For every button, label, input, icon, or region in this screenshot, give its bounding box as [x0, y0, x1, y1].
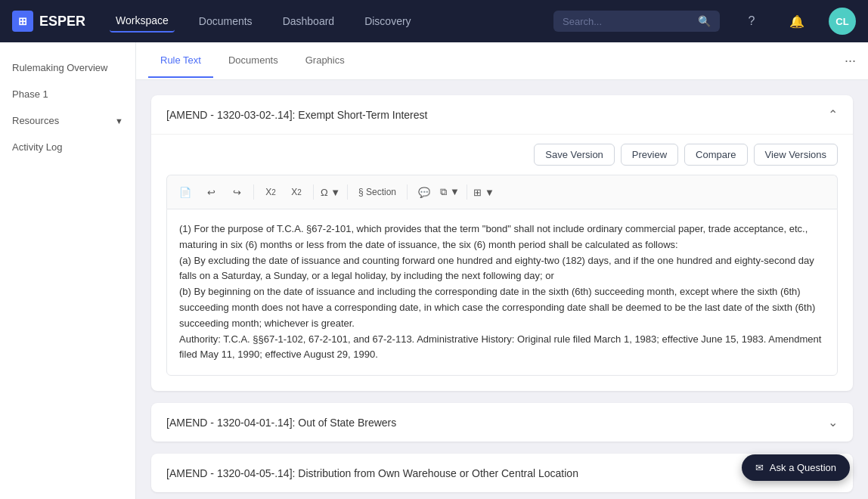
card-exempt-short-term-title: [AMEND - 1320-03-02-.14]: Exempt Short-T… [166, 109, 427, 121]
chevron-down-icon-2: ⌄ [828, 415, 838, 429]
mail-icon: ✉ [755, 462, 764, 473]
editor-actions: Save Version Preview Compare View Versio… [166, 144, 838, 166]
toolbar-comment-button[interactable]: 💬 [414, 181, 435, 203]
card-exempt-short-term-body: Save Version Preview Compare View Versio… [151, 134, 853, 391]
sidebar-item-activity-log[interactable]: Activity Log [0, 134, 135, 160]
brand-name: ESPER [39, 14, 85, 29]
tabs-more-menu[interactable]: ··· [845, 53, 856, 69]
toolbar-divider-5 [467, 184, 467, 200]
card-exempt-short-term: [AMEND - 1320-03-02-.14]: Exempt Short-T… [151, 95, 853, 391]
toolbar-undo-button[interactable]: ↩ [200, 181, 222, 203]
ask-question-button[interactable]: ✉ Ask a Question [742, 454, 850, 481]
nav-discovery[interactable]: Discovery [358, 11, 417, 32]
sidebar-item-resources[interactable]: Resources ▼ [0, 107, 135, 134]
toolbar-section-button[interactable]: § Section [354, 181, 401, 203]
card-out-of-state-brewers-title: [AMEND - 1320-04-01-.14]: Out of State B… [166, 417, 396, 429]
sidebar-item-resources-label: Resources [12, 115, 59, 126]
chevron-up-icon: ⌃ [828, 107, 838, 122]
toolbar-table-button[interactable]: ⊞ ▼ [473, 181, 494, 203]
ask-question-label: Ask a Question [770, 462, 836, 473]
search-input[interactable] [563, 16, 692, 27]
card-out-of-state-brewers-header[interactable]: [AMEND - 1320-04-01-.14]: Out of State B… [151, 403, 853, 442]
chevron-down-icon: ▼ [115, 116, 123, 126]
sidebar-item-rulemaking-overview[interactable]: Rulemaking Overview [0, 54, 135, 81]
toolbar-subscript-button[interactable]: X2 [260, 181, 281, 203]
tab-rule-text[interactable]: Rule Text [148, 44, 213, 78]
compare-button[interactable]: Compare [684, 144, 747, 166]
main-content: Rule Text Documents Graphics ··· [AMEND … [136, 42, 868, 499]
logo-icon: ⊞ [12, 11, 33, 32]
sidebar-item-phase1-label: Phase 1 [12, 88, 48, 100]
toolbar-superscript-button[interactable]: X2 [286, 181, 307, 203]
help-button[interactable]: ? [738, 8, 765, 35]
nav-workspace[interactable]: Workspace [110, 10, 175, 33]
tabs-bar: Rule Text Documents Graphics ··· [136, 42, 868, 80]
editor-toolbar: 📄 ↩ ↪ X2 X2 Ω ▼ § Section 💬 ⧉ ▼ [166, 175, 838, 209]
toolbar-divider-4 [407, 184, 408, 200]
nav-dashboard[interactable]: Dashboard [277, 11, 341, 32]
toolbar-redo-button[interactable]: ↪ [226, 181, 247, 203]
sidebar-item-activity-log-label: Activity Log [12, 141, 62, 153]
notifications-button[interactable]: 🔔 [783, 8, 811, 35]
toolbar-divider-2 [313, 184, 314, 200]
content-area: [AMEND - 1320-03-02-.14]: Exempt Short-T… [136, 80, 868, 499]
editor-text-area[interactable]: (1) For the purpose of T.C.A. §67-2-101,… [166, 209, 838, 376]
view-versions-button[interactable]: View Versions [754, 144, 838, 166]
toolbar-divider-1 [253, 184, 254, 200]
toolbar-omega-button[interactable]: Ω ▼ [320, 181, 341, 203]
save-version-button[interactable]: Save Version [534, 144, 615, 166]
nav-documents[interactable]: Documents [193, 11, 259, 32]
sidebar-item-rulemaking-overview-label: Rulemaking Overview [12, 62, 107, 73]
sidebar-item-phase1[interactable]: Phase 1 [0, 81, 135, 107]
toolbar-doc-icon[interactable]: 📄 [175, 181, 196, 203]
brand-logo: ⊞ ESPER [12, 11, 85, 32]
card-out-of-state-brewers: [AMEND - 1320-04-01-.14]: Out of State B… [151, 403, 853, 442]
preview-button[interactable]: Preview [621, 144, 678, 166]
card-exempt-short-term-header[interactable]: [AMEND - 1320-03-02-.14]: Exempt Short-T… [151, 95, 853, 134]
sidebar: Rulemaking Overview Phase 1 Resources ▼ … [0, 42, 136, 499]
top-navigation: ⊞ ESPER Workspace Documents Dashboard Di… [0, 0, 868, 42]
search-box: 🔍 [553, 11, 720, 32]
toolbar-divider-3 [347, 184, 348, 200]
tab-documents[interactable]: Documents [216, 44, 290, 78]
avatar[interactable]: CL [829, 8, 856, 35]
toolbar-format-button[interactable]: ⧉ ▼ [439, 181, 460, 203]
tab-graphics[interactable]: Graphics [293, 44, 357, 78]
search-icon: 🔍 [698, 15, 711, 27]
card-distribution-title: [AMEND - 1320-04-05-.14]: Distribution f… [166, 467, 578, 479]
